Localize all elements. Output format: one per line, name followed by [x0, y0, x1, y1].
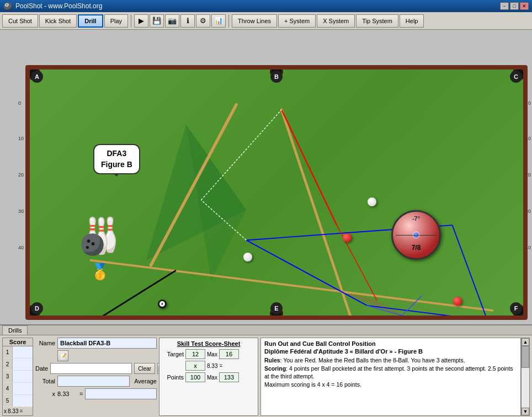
- skill-mult-row: 8.33 =: [162, 361, 256, 371]
- desc-subtitle: Diplôme Fédéral d'Aptitude 3 « Billard d…: [264, 348, 517, 355]
- total-input[interactable]: [57, 376, 130, 387]
- skill-points-label: Points: [162, 374, 184, 381]
- svg-marker-2: [312, 280, 412, 316]
- svg-line-9: [367, 306, 487, 316]
- score-num-1: 1: [3, 346, 13, 358]
- score-num-3: 3: [3, 371, 13, 382]
- score-row-5: 5: [3, 395, 33, 407]
- svg-marker-0: [146, 125, 246, 260]
- skill-target-input[interactable]: [185, 349, 205, 359]
- desc-wrapper: Run Out and Cue Ball Control Position Di…: [260, 338, 530, 416]
- throw-lines-button[interactable]: Throw Lines: [232, 14, 277, 28]
- bottom-content: Score 1 2 3 4 5: [0, 335, 532, 417]
- skill-score-column: Skill Test Score-Sheet Target Max 8.33 =…: [159, 338, 258, 416]
- drill-button[interactable]: Drill: [78, 14, 103, 28]
- mult-value: 8.33: [57, 391, 77, 397]
- aim-angle: -7°: [412, 215, 420, 222]
- svg-line-16: [201, 200, 246, 240]
- tip-system-button[interactable]: Tip System: [356, 14, 398, 28]
- corner-label-c: C: [510, 71, 522, 83]
- main-area: 0 10 20 30 40 50 60 70 80 0 10 20 30 40 …: [0, 30, 532, 417]
- score-x-label: x: [4, 408, 7, 414]
- info-icon-button[interactable]: ℹ: [180, 14, 195, 28]
- toolbar-separator-2: [228, 14, 229, 28]
- corner-label-b: B: [270, 71, 283, 83]
- score-val-1: [13, 346, 33, 358]
- score-footer: x 8.33 =: [3, 407, 33, 415]
- rules-label: Rules: [264, 357, 280, 363]
- name-date-column: Name Blackball DFA3-B 📝 Date Clear 🔄 Tot…: [35, 338, 157, 416]
- rules-text: : You are Red. Make the Red Balls then t…: [280, 357, 465, 363]
- medal: 🥇: [91, 263, 110, 281]
- close-button[interactable]: ✕: [520, 2, 529, 10]
- skill-points-max-label: Max: [207, 375, 217, 381]
- plus-system-button[interactable]: + System: [278, 14, 316, 28]
- score-row-2: 2: [3, 359, 33, 371]
- ruler-left-2: 20: [18, 172, 24, 178]
- score-val-2: [13, 359, 33, 370]
- ball-white-1: [368, 197, 376, 206]
- settings-icon-button[interactable]: ⚙: [196, 14, 210, 28]
- play-button[interactable]: Play: [104, 14, 128, 28]
- corner-label-f: F: [510, 302, 522, 314]
- chart-icon-button[interactable]: 📊: [211, 14, 226, 28]
- play-icon-button[interactable]: ▶: [134, 14, 148, 28]
- ball-red-1: [343, 233, 352, 242]
- desc-scoring: Scoring: 4 points per Ball pocketed at t…: [264, 365, 517, 381]
- toolbar-separator-1: [131, 14, 131, 28]
- skill-eq: =: [219, 363, 222, 369]
- skill-points-max-input[interactable]: [219, 372, 239, 382]
- scroll-track[interactable]: [522, 346, 529, 408]
- ball-red-2: [453, 297, 462, 306]
- help-button[interactable]: Help: [400, 14, 424, 28]
- scroll-down-arrow[interactable]: ▼: [522, 408, 529, 415]
- cut-shot-button[interactable]: Cut Shot: [2, 14, 38, 28]
- ball-white-2: [243, 253, 252, 261]
- svg-line-5: [281, 110, 352, 316]
- skill-max-input[interactable]: [219, 349, 239, 359]
- aim-horizontal-line: [396, 235, 437, 236]
- titlebar: 🎱 PoolShot - www.PoolShot.org − □ ✕: [0, 0, 532, 12]
- svg-marker-1: [186, 125, 246, 280]
- corner-label-e: E: [270, 302, 283, 314]
- save-icon-button[interactable]: 💾: [150, 14, 164, 28]
- aim-fraction: 7/8: [412, 244, 421, 252]
- score-val-3: [13, 371, 33, 382]
- score-num-5: 5: [3, 395, 13, 407]
- total-label: Total: [35, 378, 55, 384]
- camera-icon-button[interactable]: 📷: [165, 14, 179, 28]
- score-row-3: 3: [3, 371, 33, 383]
- table-container: 0 10 20 30 40 50 60 70 80 0 10 20 30 40 …: [0, 30, 532, 324]
- svg-line-6: [91, 260, 492, 311]
- drills-tab[interactable]: Drills: [2, 325, 28, 335]
- skill-x-input[interactable]: [185, 361, 205, 371]
- minimize-button[interactable]: −: [500, 2, 509, 10]
- clear-button[interactable]: Clear: [134, 363, 155, 374]
- svg-line-4: [151, 105, 236, 265]
- aim-circle: -7° 7/8: [391, 210, 441, 260]
- speech-bubble: DFA3 Figure B: [93, 144, 140, 174]
- x-system-button[interactable]: X System: [317, 14, 355, 28]
- svg-line-12: [367, 306, 402, 316]
- svg-line-13: [402, 296, 422, 316]
- edit-button[interactable]: 📝: [57, 350, 68, 361]
- desc-max: Maximum scoring is 4 x 4 = 16 points.: [264, 381, 517, 389]
- kick-shot-button[interactable]: Kick Shot: [39, 14, 77, 28]
- bottom-tabs: Drills: [0, 325, 532, 335]
- skill-max-label: Max: [207, 351, 217, 357]
- svg-line-14: [281, 110, 337, 225]
- score-val-4: [13, 383, 33, 394]
- scroll-thumb[interactable]: [522, 346, 529, 368]
- date-input[interactable]: [50, 363, 132, 374]
- skill-target-label: Target: [162, 351, 184, 357]
- maximize-button[interactable]: □: [510, 2, 519, 10]
- pool-table: A B C D E F DFA3 Figure B 🎳 🥇 -7° 7/: [25, 65, 528, 320]
- score-header: Score: [3, 338, 33, 346]
- average-input[interactable]: [85, 388, 157, 399]
- skill-points-input[interactable]: [185, 372, 205, 382]
- name-value[interactable]: Blackball DFA3-B: [57, 338, 157, 349]
- scroll-up-arrow[interactable]: ▲: [522, 338, 529, 346]
- ruler-left-1: 10: [18, 136, 24, 141]
- svg-marker-3: [367, 285, 453, 316]
- score-row-1: 1: [3, 346, 33, 359]
